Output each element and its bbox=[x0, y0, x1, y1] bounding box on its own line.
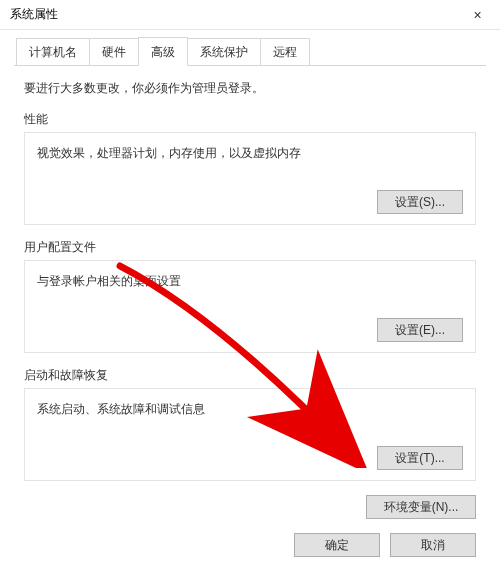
tab-strip: 计算机名 硬件 高级 系统保护 远程 bbox=[14, 38, 486, 66]
dialog-footer: 确定 取消 bbox=[0, 519, 500, 557]
profiles-description: 与登录帐户相关的桌面设置 bbox=[37, 273, 463, 290]
startup-settings-button[interactable]: 设置(T)... bbox=[377, 446, 463, 470]
tab-computer-name[interactable]: 计算机名 bbox=[16, 38, 90, 65]
title-bar: 系统属性 × bbox=[0, 0, 500, 30]
section-box-performance: 视觉效果，处理器计划，内存使用，以及虚拟内存 设置(S)... bbox=[24, 132, 476, 225]
tab-remote[interactable]: 远程 bbox=[260, 38, 310, 65]
window-title: 系统属性 bbox=[10, 6, 58, 23]
section-box-user-profiles: 与登录帐户相关的桌面设置 设置(E)... bbox=[24, 260, 476, 353]
tab-content-advanced: 要进行大多数更改，你必须作为管理员登录。 性能 视觉效果，处理器计划，内存使用，… bbox=[0, 66, 500, 481]
section-title-performance: 性能 bbox=[24, 111, 476, 128]
startup-description: 系统启动、系统故障和调试信息 bbox=[37, 401, 463, 418]
tab-system-protection[interactable]: 系统保护 bbox=[187, 38, 261, 65]
ok-button[interactable]: 确定 bbox=[294, 533, 380, 557]
section-title-user-profiles: 用户配置文件 bbox=[24, 239, 476, 256]
tab-hardware[interactable]: 硬件 bbox=[89, 38, 139, 65]
section-box-startup-recovery: 系统启动、系统故障和调试信息 设置(T)... bbox=[24, 388, 476, 481]
environment-variables-button[interactable]: 环境变量(N)... bbox=[366, 495, 476, 519]
profiles-settings-button[interactable]: 设置(E)... bbox=[377, 318, 463, 342]
section-startup-recovery: 启动和故障恢复 系统启动、系统故障和调试信息 设置(T)... bbox=[24, 367, 476, 481]
tab-advanced[interactable]: 高级 bbox=[138, 37, 188, 66]
close-button[interactable]: × bbox=[455, 0, 500, 29]
admin-notice: 要进行大多数更改，你必须作为管理员登录。 bbox=[24, 80, 476, 97]
cancel-button[interactable]: 取消 bbox=[390, 533, 476, 557]
section-title-startup-recovery: 启动和故障恢复 bbox=[24, 367, 476, 384]
perf-description: 视觉效果，处理器计划，内存使用，以及虚拟内存 bbox=[37, 145, 463, 162]
perf-settings-button[interactable]: 设置(S)... bbox=[377, 190, 463, 214]
section-performance: 性能 视觉效果，处理器计划，内存使用，以及虚拟内存 设置(S)... bbox=[24, 111, 476, 225]
env-row: 环境变量(N)... bbox=[0, 495, 476, 519]
close-icon: × bbox=[473, 7, 481, 23]
section-user-profiles: 用户配置文件 与登录帐户相关的桌面设置 设置(E)... bbox=[24, 239, 476, 353]
